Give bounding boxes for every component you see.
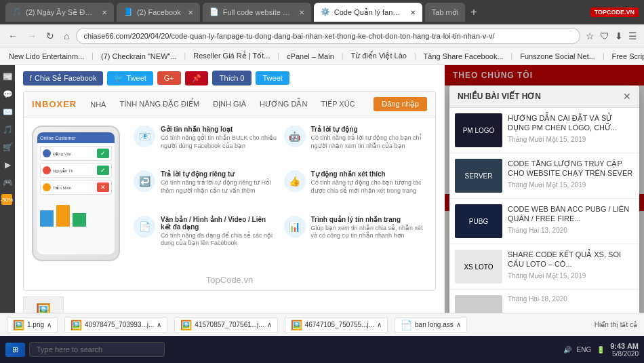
tab-1-close[interactable]: ✕ [102,9,107,16]
login-button[interactable]: Đăng nhập [374,97,427,111]
tab-4[interactable]: ⚙️ Code Quản lý fanpage ... ✕ [314,3,422,22]
tab-1[interactable]: 🎵 (2) Ngày Ấy Sẽ Đến 🎵 ... ✕ [5,3,114,22]
windows-icon: ⊞ [12,345,18,354]
bookmark-4[interactable]: Từ điển Việt Lào [347,50,410,62]
home-button[interactable]: ⌂ [61,29,72,43]
tab-4-close[interactable]: ✕ [410,9,416,16]
refresh-button[interactable]: ↻ [43,29,57,43]
sidebar-game-icon[interactable]: 🎮 [1,176,14,189]
popup-article-date-3: Tháng Mười Một 15, 2019 [508,272,634,280]
download-3-chevron[interactable]: ∧ [267,321,272,328]
product-nav: INBOXER NHÀ TÍNH NĂNG ĐẶC ĐIỂM ĐỊNH GIÁ … [24,92,435,117]
sale-badge: -50% [1,194,12,205]
tab-2-close[interactable]: ✕ [188,9,193,16]
feature-1-icon: 🤖 [284,126,306,147]
popup: NHIỀU BÀI VIẾT HƠN ✕ PM LOGO HƯỚNG DẪN C… [449,85,639,335]
menu-contact[interactable]: TIẾP XÚC [321,100,355,109]
nav-icons: ☆ 🛡 ⬇ ☰ [584,29,639,43]
feature-2-text: Trả lời tự động riêng tư Có tính năng tr… [161,170,277,208]
menu-guide[interactable]: HƯỚNG DẪN [260,100,307,109]
shield-icon[interactable]: 🛡 [599,29,611,43]
gplus-button[interactable]: G+ [157,71,181,85]
taskbar: ⊞ 🔊 ENG 🔋 9:43 AM 5/8/2020 [0,336,644,363]
download-2[interactable]: 🖼️ 40978475_703993...j... ∧ [64,317,167,333]
taskbar-clock: 9:43 AM 5/8/2020 [610,342,639,358]
feature-0-desc: Có tính năng gởi tin nhắn BULK cho nhiều… [161,134,277,150]
bookmark-3[interactable]: cPanel – Main [283,51,338,62]
like-button[interactable]: Thích 0 [212,71,252,85]
back-button[interactable]: ← [5,29,20,43]
star-icon[interactable]: ☆ [584,29,596,43]
bookmark-2[interactable]: Reseller Giá Rẻ | Tốt... [190,50,273,62]
address-bar[interactable] [76,28,580,44]
phone-item-icon-3 [43,183,51,191]
bookmark-0[interactable]: New Lido Entertainm... [5,51,87,62]
new-tab-button[interactable]: + [470,6,477,18]
download-4-chevron[interactable]: ∧ [377,321,382,328]
download-1[interactable]: 🖼️ 1.png ∧ [7,317,58,333]
download-icon[interactable]: ⬇ [613,29,624,43]
phone-item-icon-2 [43,166,51,174]
chart-bar-3 [73,199,86,227]
sidebar-shop-icon[interactable]: 🛒 [1,141,14,153]
feature-0-title: Gởi tin nhắn hàng loạt [161,126,277,133]
feature-4-desc: Có tính năng đa dạng để chia sẻ các nội … [161,232,277,248]
popup-close-button[interactable]: ✕ [623,91,631,102]
popup-thumb-3: XS LOTO [455,250,502,284]
menu-icon[interactable]: ☰ [627,29,639,43]
download-4[interactable]: 🖼️ 46747105_750755...j... ∧ [285,317,388,333]
download-2-icon: 🖼️ [71,320,82,330]
feature-3: 👍 Tự động nhắn xét thích Có tính năng tự… [284,170,428,208]
bookmark-7[interactable]: Free Scripts, Nulled... [608,51,644,62]
bookmark-1[interactable]: (7) Checkrain "NEW"... [98,51,180,62]
sidebar-music-icon[interactable]: 🎵 [1,123,14,136]
taskbar-right: 🔊 ENG 🔋 9:43 AM 5/8/2020 [563,342,639,358]
tab-3-close[interactable]: ✕ [299,9,304,16]
start-button[interactable]: ⊞ [5,343,25,357]
download-5[interactable]: 📄 ban long.ass ∧ [395,317,467,333]
social-share-bar: f Chia Sẻ Facebook 🐦 Tweet G+ 📌 Thích 0 … [15,65,444,91]
menu-home[interactable]: NHÀ [90,100,106,109]
pinterest-button[interactable]: 📌 [185,71,208,85]
phone-header-text: Online Customer [40,136,76,140]
sidebar-chat-icon[interactable]: 💬 [1,88,14,100]
sidebar-news-icon[interactable]: 📰 [1,71,14,83]
sidebar-mail-icon[interactable]: ✉️ [1,106,14,118]
phone-item-icon-1 [43,149,51,157]
tab-5-label: Tab mới [432,8,458,17]
share-facebook-button[interactable]: f Chia Sẻ Facebook [23,71,103,85]
menu-pricing[interactable]: ĐỊNH GIÁ [213,100,246,109]
taskbar-search[interactable] [29,342,165,357]
tab-5[interactable]: Tab mới [425,3,465,22]
tab-3[interactable]: 📄 Full code website chia ... ✕ [203,3,311,22]
phone-item-2: Nguyễn Th ✓ [40,163,112,178]
sidebar-video-icon[interactable]: ▶ [1,159,14,171]
feature-5-desc: Giúp bạn xem tin nhắn chia sẻ, nhắn xét … [311,225,428,240]
tab-3-favicon: 📄 [209,7,219,17]
show-all-downloads[interactable]: Hiển thị tất cả [595,321,637,328]
chart-bar-2 [56,199,70,227]
tab-2-favicon: 📘 [123,7,133,17]
popup-article-date-0: Tháng Mười Một 15, 2019 [508,136,634,143]
popup-thumb-img-3: XS LOTO [455,250,502,284]
tab-1-favicon: 🎵 [12,7,22,17]
tab-2[interactable]: 📘 (2) Facebook ✕ [117,3,200,22]
tweet-btn-2[interactable]: Tweet [256,71,289,85]
bookmark-5[interactable]: Tăng Share Facebook... [420,51,507,62]
features-grid: 📧 Gởi tin nhắn hàng loạt Có tính năng gở… [134,126,427,261]
download-2-chevron[interactable]: ∧ [157,321,161,328]
bookmark-6[interactable]: Funszone Social Net... [517,51,599,62]
tweet-button[interactable]: 🐦 Tweet [107,71,153,85]
volume-icon[interactable]: 🔊 [563,346,571,354]
forward-button[interactable]: → [24,29,39,43]
download-3[interactable]: 🖼️ 41570857_707561...j... ∧ [174,317,277,333]
popup-article-text-2: CODE WEB BÁN ACC PUBG / LIÊN QUÂN / FREE… [508,204,634,238]
feature-3-text: Tự động nhắn xét thích Có tính năng tự đ… [311,170,428,208]
popup-article-title-3: SHARE CODE KẾT QUẢ XS, SOI CẦU LOTO – CÒ… [508,250,634,269]
sidebar-notification-icon[interactable]: 🔔 -50% [1,194,14,206]
tab-1-label: (2) Ngày Ấy Sẽ Đến 🎵 ... [26,8,95,17]
menu-features[interactable]: TÍNH NĂNG ĐẶC ĐIỂM [119,100,199,109]
tab-4-favicon: ⚙️ [321,7,330,17]
download-5-chevron[interactable]: ∧ [456,321,461,328]
download-1-chevron[interactable]: ∧ [47,321,52,328]
